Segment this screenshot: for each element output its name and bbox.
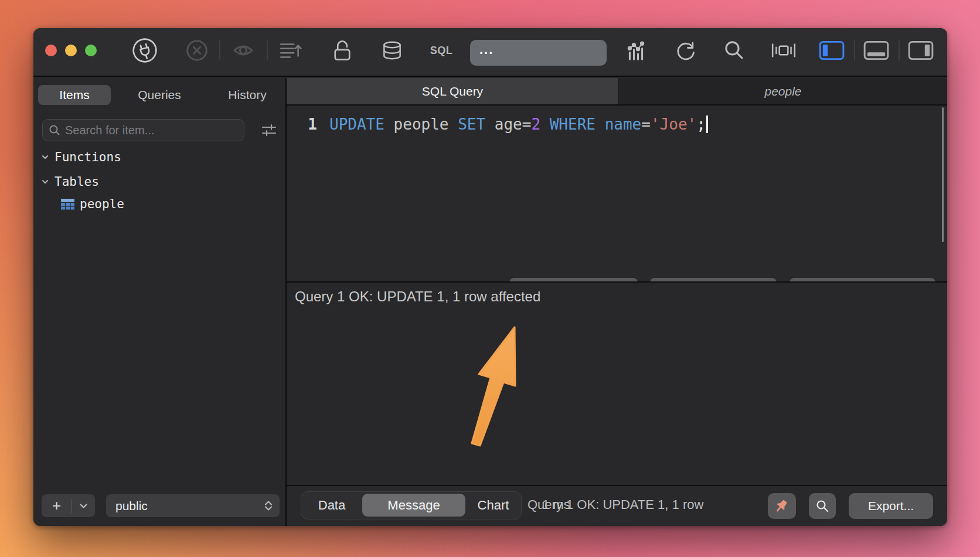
tab-separator	[618, 78, 619, 104]
toggle-bottom-panel-icon[interactable]	[862, 36, 890, 64]
tree-group-label: Tables	[55, 175, 99, 189]
code-token	[596, 116, 605, 133]
schema-select-value: public	[115, 499, 148, 513]
add-item-dropdown[interactable]	[72, 499, 94, 513]
code-token: =	[641, 116, 651, 133]
tree-group-tables[interactable]: Tables	[33, 171, 285, 193]
search-icon[interactable]	[720, 36, 748, 64]
toggle-left-sidebar-icon[interactable]	[818, 36, 846, 64]
code-token	[384, 116, 394, 133]
code-token	[485, 116, 495, 133]
sidebar-search-box[interactable]	[42, 119, 244, 141]
sidebar-tab-queries[interactable]: Queries	[130, 85, 189, 105]
schema-select[interactable]: public	[106, 494, 280, 517]
chart-icon[interactable]	[622, 36, 650, 64]
sidebar-tab-queries-label: Queries	[138, 88, 181, 102]
toggle-right-sidebar-icon[interactable]	[907, 36, 935, 64]
structure-icon[interactable]	[277, 36, 305, 64]
view-tab-chart-label: Chart	[478, 498, 509, 513]
toolbar-separator	[267, 40, 268, 60]
code-token: people	[394, 116, 449, 133]
code-token: name	[605, 116, 642, 133]
export-button[interactable]: Export...	[849, 493, 933, 519]
line-number: 1	[287, 113, 317, 136]
editor-tab-bar: SQL Query people	[287, 78, 947, 106]
refresh-icon[interactable]	[671, 36, 699, 64]
code-token: age	[495, 116, 522, 133]
code-token: 2	[531, 116, 540, 133]
sidebar-tab-items[interactable]: Items	[38, 85, 111, 105]
sidebar-tab-items-label: Items	[59, 88, 89, 102]
disconnect-icon[interactable]	[183, 36, 211, 64]
code-token: 'Joe'	[651, 116, 696, 133]
up-down-chevron-icon	[264, 501, 273, 511]
text-caret	[706, 116, 708, 133]
sidebar-filter-icon[interactable]	[256, 119, 282, 141]
lock-icon[interactable]	[328, 36, 356, 64]
view-tab-message-label: Message	[387, 498, 440, 513]
editor-scrollbar[interactable]	[942, 107, 944, 242]
sidebar: Items Queries History Functions Tables p…	[33, 78, 285, 526]
toolbar-separator	[219, 40, 220, 60]
connection-plug-icon[interactable]	[131, 36, 159, 64]
frame-icon[interactable]	[770, 36, 798, 64]
tab-people[interactable]: people	[619, 78, 947, 104]
sidebar-search-input[interactable]	[65, 124, 238, 137]
code-token: ;	[696, 116, 706, 133]
sidebar-tab-history-label: History	[228, 88, 266, 102]
search-icon	[49, 124, 60, 136]
zoom-window-button[interactable]	[85, 45, 97, 56]
query-result-message: Query 1 OK: UPDATE 1, 1 row affected	[295, 288, 540, 305]
pin-icon	[774, 498, 790, 514]
pin-button[interactable]	[768, 493, 796, 519]
view-tab-chart[interactable]: Chart	[465, 492, 521, 518]
eye-icon[interactable]	[229, 36, 257, 64]
sql-mode-label: SQL	[430, 45, 453, 57]
view-tab-message[interactable]: Message	[362, 494, 465, 517]
toolbar-separator	[854, 40, 855, 60]
toolbar-separator	[899, 40, 900, 60]
search-results-button[interactable]	[809, 493, 836, 519]
close-window-button[interactable]	[45, 45, 57, 56]
tree-group-label: Functions	[55, 150, 121, 164]
export-label: Export...	[868, 499, 914, 513]
code-token	[449, 116, 458, 133]
desktop: { "colors": { "accent_blue": "#3E82F7", …	[0, 0, 980, 557]
code-row: 1 UPDATE people SET age=2 WHERE name='Jo…	[287, 113, 947, 136]
title-bar: SQL	[33, 28, 947, 77]
sql-editor[interactable]: 1 UPDATE people SET age=2 WHERE name='Jo…	[287, 106, 947, 281]
code-token: =	[522, 116, 532, 133]
tab-sql-query-label: SQL Query	[422, 84, 483, 99]
sql-code-line[interactable]: UPDATE people SET age=2 WHERE name='Joe'…	[329, 113, 708, 136]
search-icon	[815, 499, 829, 513]
chevron-down-icon[interactable]	[40, 152, 50, 162]
tree-item-people-table[interactable]: people	[33, 193, 285, 215]
code-token: WHERE	[550, 116, 596, 133]
view-tab-data-label: Data	[318, 498, 345, 513]
tab-people-label: people	[764, 84, 801, 99]
tree-item-label: people	[80, 197, 124, 211]
tab-sql-query[interactable]: SQL Query	[287, 78, 618, 104]
table-grid-icon	[60, 198, 75, 210]
main-panel: SQL Query people 1 UPDATE people SET age…	[287, 78, 947, 526]
bottom-bar: Data Message Chart Query 1 OK: UPDATE 1,…	[287, 486, 947, 526]
minimize-window-button[interactable]	[65, 45, 77, 56]
add-item-button[interactable]: +	[42, 494, 95, 517]
view-tab-data[interactable]: Data	[301, 492, 362, 518]
results-pane: Query 1 OK: UPDATE 1, 1 row affected	[287, 283, 947, 485]
plus-icon[interactable]: +	[42, 497, 72, 515]
result-view-segmented-control: Data Message Chart	[301, 491, 522, 519]
code-token: SET	[458, 116, 485, 133]
code-token	[540, 116, 550, 133]
tree-group-functions[interactable]: Functions	[33, 146, 285, 168]
database-icon[interactable]	[378, 36, 406, 64]
code-token: UPDATE	[329, 116, 384, 133]
sidebar-tab-history[interactable]: History	[218, 85, 277, 105]
bottom-status-ghost-text: 1 ms	[542, 497, 570, 512]
chevron-down-icon[interactable]	[40, 177, 50, 186]
toolbar-search-input[interactable]	[470, 40, 607, 66]
app-window: SQL Items Queries History	[33, 28, 947, 526]
